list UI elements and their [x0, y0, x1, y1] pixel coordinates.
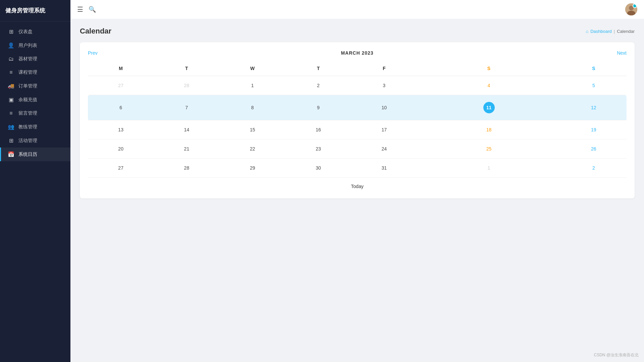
weekday-mon: M — [88, 62, 154, 76]
calendar-week-2-current: 6 7 8 9 10 11 12 — [88, 95, 627, 120]
table-row[interactable]: 2 — [285, 76, 351, 95]
sidebar-item-users[interactable]: 👤 用户列表 — [0, 39, 70, 52]
calendar-week-5: 27 28 29 30 31 1 2 — [88, 159, 627, 178]
today-button[interactable]: Today — [351, 184, 363, 189]
breadcrumb-current: Calendar — [617, 29, 635, 34]
main-area: ☰ 🔍 Calendar ⌂ Dashboard | Calendar — [70, 0, 644, 362]
activities-icon: ⊞ — [8, 137, 14, 144]
table-row[interactable]: 28 — [154, 76, 219, 95]
search-icon[interactable]: 🔍 — [89, 6, 96, 13]
table-row[interactable]: 22 — [220, 139, 285, 159]
weekday-thu: T — [285, 62, 351, 76]
weekday-sat: S — [417, 62, 560, 76]
table-row[interactable]: 15 — [220, 120, 285, 139]
table-row[interactable]: 17 — [351, 120, 417, 139]
today-badge: 11 — [483, 102, 495, 113]
home-icon: ⌂ — [586, 29, 588, 34]
table-row[interactable]: 18 — [417, 120, 560, 139]
messages-icon: ≡ — [8, 110, 14, 116]
calendar-week-3: 13 14 15 16 17 18 19 — [88, 120, 627, 139]
sidebar-item-label: 课程管理 — [18, 69, 37, 75]
sidebar-item-label: 留言管理 — [18, 110, 37, 116]
table-row[interactable]: 12 — [561, 95, 627, 120]
calendar-next-button[interactable]: Next — [617, 50, 627, 56]
table-row[interactable]: 26 — [561, 139, 627, 159]
breadcrumb-separator: | — [614, 29, 615, 34]
table-row[interactable]: 24 — [351, 139, 417, 159]
table-row[interactable]: 11 — [417, 95, 560, 120]
page-title: Calendar — [80, 27, 111, 36]
sidebar-item-equipment[interactable]: 🗂 器材管理 — [0, 52, 70, 66]
table-row[interactable]: 6 — [88, 95, 154, 120]
today-row: Today — [88, 178, 627, 191]
table-row[interactable]: 9 — [285, 95, 351, 120]
page-header: Calendar ⌂ Dashboard | Calendar — [80, 27, 635, 36]
table-row[interactable]: 27 — [88, 159, 154, 178]
table-row[interactable]: 23 — [285, 139, 351, 159]
table-row[interactable]: 5 — [561, 76, 627, 95]
breadcrumb: ⌂ Dashboard | Calendar — [586, 29, 635, 34]
sidebar: 健身房管理系统 ⊞ 仪表盘 👤 用户列表 🗂 器材管理 ≡ 课程管理 🚚 订单管… — [0, 0, 70, 362]
table-row[interactable]: 20 — [88, 139, 154, 159]
sidebar-item-label: 系统日历 — [18, 152, 37, 158]
sidebar-item-label: 仪表盘 — [18, 29, 33, 35]
sidebar-item-courses[interactable]: ≡ 课程管理 — [0, 66, 70, 79]
table-row[interactable]: 7 — [154, 95, 219, 120]
calendar-week-1: 27 28 1 2 3 4 5 — [88, 76, 627, 95]
table-row[interactable]: 3 — [351, 76, 417, 95]
dashboard-icon: ⊞ — [8, 28, 14, 35]
calendar-week-4: 20 21 22 23 24 25 26 — [88, 139, 627, 159]
table-row[interactable]: 8 — [220, 95, 285, 120]
breadcrumb-home[interactable]: Dashboard — [590, 29, 612, 34]
table-row[interactable]: 21 — [154, 139, 219, 159]
courses-icon: ≡ — [8, 69, 14, 75]
svg-point-1 — [629, 6, 634, 10]
calendar-header: Prev MARCH 2023 Next — [88, 50, 627, 56]
sidebar-item-label: 余额充值 — [18, 97, 37, 103]
table-row[interactable]: 27 — [88, 76, 154, 95]
calendar-month-year: MARCH 2023 — [341, 50, 373, 56]
table-row[interactable]: 1 — [220, 76, 285, 95]
sidebar-item-label: 教练管理 — [18, 124, 37, 130]
sidebar-item-orders[interactable]: 🚚 订单管理 — [0, 79, 70, 93]
sidebar-item-label: 用户列表 — [18, 43, 37, 49]
sidebar-item-balance[interactable]: ▣ 余额充值 — [0, 93, 70, 107]
topbar: ☰ 🔍 — [70, 0, 644, 19]
watermark: CSDN @汝生淮南吾在北 — [594, 352, 639, 358]
balance-icon: ▣ — [8, 97, 14, 103]
sidebar-item-dashboard[interactable]: ⊞ 仪表盘 — [0, 25, 70, 39]
user-icon: 👤 — [8, 42, 14, 49]
weekday-fri: F — [351, 62, 417, 76]
table-row[interactable]: 13 — [88, 120, 154, 139]
equipment-icon: 🗂 — [8, 56, 14, 62]
sidebar-item-activities[interactable]: ⊞ 活动管理 — [0, 134, 70, 147]
table-row[interactable]: 28 — [154, 159, 219, 178]
avatar[interactable] — [625, 3, 637, 15]
sidebar-item-label: 活动管理 — [18, 138, 37, 144]
table-row[interactable]: 30 — [285, 159, 351, 178]
app-logo: 健身房管理系统 — [0, 0, 70, 21]
calendar-icon: 📅 — [8, 151, 14, 158]
sidebar-nav: ⊞ 仪表盘 👤 用户列表 🗂 器材管理 ≡ 课程管理 🚚 订单管理 ▣ 余额充值… — [0, 21, 70, 362]
sidebar-item-label: 器材管理 — [18, 56, 37, 62]
table-row[interactable]: 1 — [417, 159, 560, 178]
table-row[interactable]: 10 — [351, 95, 417, 120]
table-row[interactable]: 25 — [417, 139, 560, 159]
table-row[interactable]: 31 — [351, 159, 417, 178]
calendar-prev-button[interactable]: Prev — [88, 50, 98, 56]
sidebar-item-coaches[interactable]: 👥 教练管理 — [0, 120, 70, 134]
menu-icon[interactable]: ☰ — [77, 5, 83, 13]
weekday-sun: S — [561, 62, 627, 76]
table-row[interactable]: 14 — [154, 120, 219, 139]
table-row[interactable]: 19 — [561, 120, 627, 139]
table-row[interactable]: 2 — [561, 159, 627, 178]
table-row[interactable]: 4 — [417, 76, 560, 95]
orders-icon: 🚚 — [8, 83, 14, 89]
sidebar-item-calendar[interactable]: 📅 系统日历 — [0, 147, 70, 161]
table-row[interactable]: 29 — [220, 159, 285, 178]
sidebar-item-label: 订单管理 — [18, 83, 37, 89]
calendar-card: Prev MARCH 2023 Next M T W T F S S — [80, 42, 635, 198]
table-row[interactable]: 16 — [285, 120, 351, 139]
weekday-tue: T — [154, 62, 219, 76]
sidebar-item-messages[interactable]: ≡ 留言管理 — [0, 107, 70, 120]
